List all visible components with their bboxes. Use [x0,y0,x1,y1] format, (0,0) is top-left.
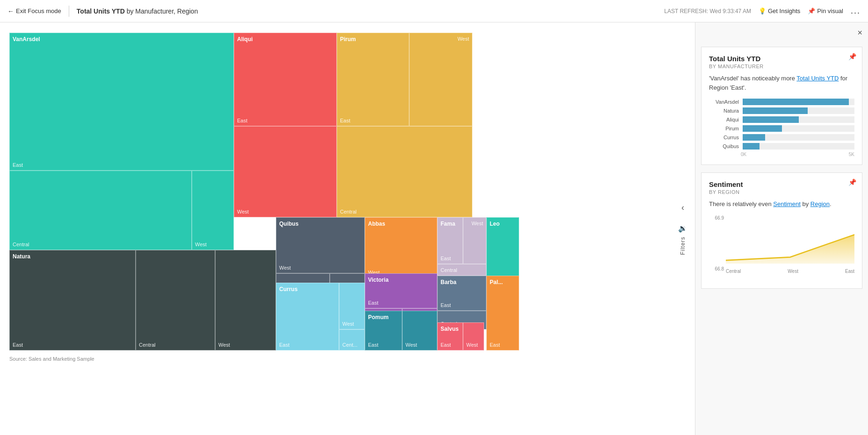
treemap-tile[interactable]: Central [9,171,192,250]
bar-label: Aliqui [709,117,739,122]
more-options-button[interactable]: ... [851,6,861,16]
card1-title: Total Units YTD [709,55,854,63]
sentiment-x-labels: Central West East [726,269,854,274]
treemap-tile[interactable]: SalvusEast [437,322,463,350]
bar-label: Natura [709,108,739,114]
tile-region-label: Cent... [342,342,357,348]
tile-region-label: West [471,221,483,226]
bar-row: Aliqui [709,116,854,123]
tile-manufacturer-name: Pal... [490,279,503,285]
tile-region-label: Central [13,242,29,247]
bar-row: VanArsdel [709,99,854,105]
treemap-tile[interactable]: West [234,126,337,217]
treemap-container[interactable]: VanArsdelEastCentralWestAliquiEastWestPi… [9,33,519,350]
bar-fill [743,143,760,150]
sentiment-svg [726,215,854,267]
treemap-tile[interactable]: FamaEast [437,217,463,264]
bar-row: Pirum [709,125,854,132]
treemap-tile[interactable]: Central [437,264,486,276]
treemap-tile[interactable]: Cent... [339,329,365,350]
tile-region-label: West [279,265,291,271]
bar-row: Natura [709,107,854,114]
top-bar-right: LAST REFRESH: Wed 9:33:47 AM 💡 Get Insig… [664,6,861,16]
tile-manufacturer-name: Aliqui [237,36,253,43]
bar-fill [743,99,849,105]
tile-region-label: West [405,342,417,348]
tile-region-label: East [441,256,451,261]
pin-icon: 📌 [808,7,815,14]
bar-track [743,107,854,114]
speaker-icon: 🔉 [678,224,687,233]
tile-region-label: East [368,342,378,348]
treemap-tile[interactable]: West [215,250,276,350]
treemap-tile[interactable]: West [463,322,484,350]
tile-region-label: East [340,118,350,123]
tile-region-label: Central [139,342,155,348]
tile-region-label: West [237,209,249,214]
total-units-insight-card: Total Units YTD BY MANUFACTURER 📌 'VanAr… [701,47,862,165]
tile-region-label: East [441,302,451,308]
main-layout: VanArsdelEastCentralWestAliquiEastWestPi… [0,22,868,435]
treemap-tile[interactable]: QuibusWest [276,217,365,273]
treemap-tile[interactable]: NaturaEast [9,250,136,350]
treemap-tile[interactable]: AbbasWest [365,217,437,278]
tile-region-label: East [237,118,247,123]
tile-region-label: East [279,342,289,348]
treemap-tile[interactable]: Central [337,126,472,217]
chart-title: Total Units YTD by Manufacturer, Region [77,7,198,15]
treemap-tile[interactable]: West [339,283,365,329]
bar-label: Quibus [709,143,739,149]
treemap-tile[interactable]: AliquiEast [234,33,337,126]
card2-link2[interactable]: Region [810,200,830,207]
tile-manufacturer-name: Victoria [368,277,389,283]
source-label: Source: Sales and Marketing Sample [9,356,686,362]
get-insights-button[interactable]: 💡 Get Insights [759,7,800,14]
treemap-tile[interactable]: Central [136,250,215,350]
card1-link[interactable]: Total Units YTD [796,75,839,82]
tile-manufacturer-name: Natura [13,253,30,260]
exit-focus-button[interactable]: ← Exit Focus mode [7,7,61,15]
treemap-tile[interactable]: CurrusEast [276,283,339,350]
lightbulb-icon: 💡 [759,7,766,14]
treemap-tile[interactable]: VanArsdelEast [9,33,234,171]
card2-title: Sentiment [709,180,854,188]
close-panel-button[interactable]: × [857,28,862,38]
bar-row: Quibus [709,143,854,150]
bar-fill [743,125,782,132]
treemap-tile[interactable]: West [463,217,486,264]
card2-link1[interactable]: Sentiment [773,200,801,207]
tile-manufacturer-name: Pirum [340,36,356,43]
top-bar-divider [69,6,69,17]
card2-pin-icon[interactable]: 📌 [848,178,856,186]
filters-label[interactable]: Filters [680,236,686,255]
sentiment-chart: 66.9 66.8 Central West [709,215,854,281]
treemap-tile[interactable]: West [409,33,472,126]
tile-manufacturer-name: Pomum [368,314,389,321]
treemap-tile[interactable]: West [402,311,437,350]
card1-pin-icon[interactable]: 📌 [848,53,856,60]
bar-fill [743,116,799,123]
tile-region-label: West [457,36,469,42]
treemap-tile[interactable]: PomumEast [365,311,402,350]
treemap-tile[interactable]: BarbaEast [437,276,486,311]
tile-region-label: West [195,242,207,247]
pin-visual-button[interactable]: 📌 Pin visual [808,7,843,14]
tile-region-label: East [441,342,451,348]
bar-track [743,99,854,105]
top-bar-left: ← Exit Focus mode Total Units YTD by Man… [7,6,198,17]
treemap-tile[interactable]: West [192,171,234,250]
treemap-tile[interactable]: Pal...East [486,276,519,350]
tile-region-label: East [490,342,500,348]
tile-manufacturer-name: Salvus [441,326,459,332]
tile-manufacturer-name: Currus [279,286,297,292]
collapse-panel-icon[interactable]: ‹ [681,203,684,213]
bar-label: VanArsdel [709,99,739,105]
treemap-tile[interactable]: PirumEast [337,33,409,126]
card1-text: 'VanArsdel' has noticeably more Total Un… [709,74,854,92]
treemap-tile[interactable]: VictoriaEast [365,273,437,308]
tile-manufacturer-name: Barba [441,279,456,285]
tile-region-label: West [218,342,230,348]
tile-region-label: East [13,162,23,168]
bar-chart: VanArsdelNaturaAliquiPirumCurrusQuibus [709,99,854,150]
bar-row: Currus [709,134,854,141]
